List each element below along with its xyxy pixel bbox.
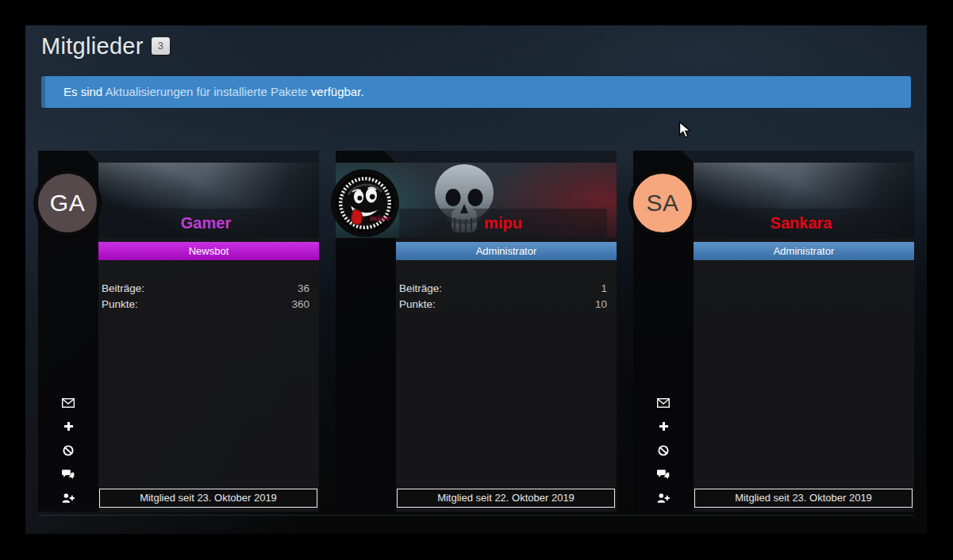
stats-list: Beiträge: 36 Punkte: 360 (98, 281, 319, 313)
svg-text:mipu: mipu (369, 214, 390, 222)
member-card-list: GA Gamer Newsbot Beiträge: 36 (38, 151, 914, 512)
stat-value: 1 (601, 281, 607, 297)
avatar-initials: SA (646, 190, 678, 217)
content-bottom-divider (38, 515, 914, 516)
member-since-badge: Mitglied seit 22. Oktober 2019 (397, 489, 615, 508)
card-body: Administrator Beiträge: 1 Punkte: 10 Mit… (396, 238, 617, 512)
notice-suffix: verfügbar. (308, 85, 364, 98)
card-body: Newsbot Beiträge: 36 Punkte: 360 Mitglie… (98, 238, 319, 512)
add-icon[interactable] (62, 420, 75, 432)
avatar[interactable]: SA (629, 170, 696, 236)
avatar[interactable]: mipu (332, 170, 398, 236)
email-icon[interactable] (657, 397, 670, 408)
stat-label: Punkte: (102, 297, 138, 313)
stat-row-points: Punkte: 10 (399, 297, 607, 313)
mipu-cartoon-smiley-avatar: mipu (336, 174, 394, 232)
avatar-initials: GA (50, 190, 85, 217)
ignore-icon[interactable] (657, 444, 670, 456)
avatar[interactable]: GA (34, 170, 101, 236)
conversation-icon[interactable] (62, 468, 75, 480)
member-card-gamer: GA Gamer Newsbot Beiträge: 36 (38, 151, 319, 512)
notice-prefix: Es sind (63, 85, 106, 98)
cover-photo: Sankara (694, 163, 914, 238)
username-bar: Gamer (102, 209, 310, 238)
update-notice-banner: Es sind Aktualisierungen für installiert… (41, 76, 911, 108)
stat-row-posts: Beiträge: 36 (102, 281, 309, 297)
stat-row-points: Punkte: 360 (102, 297, 309, 313)
email-icon[interactable] (62, 397, 75, 408)
stat-label: Beiträge: (102, 281, 144, 297)
member-since-badge: Mitglied seit 23. Oktober 2019 (99, 489, 317, 508)
username-link[interactable]: mipu (484, 214, 522, 232)
package-updates-link[interactable]: Aktualisierungen für installierte Pakete (106, 85, 308, 98)
main-content: Mitglieder3 Es sind Aktualisierungen für… (25, 25, 927, 534)
page-title-text: Mitglieder (41, 33, 144, 59)
stat-value: 360 (291, 297, 309, 313)
add-icon[interactable] (657, 420, 670, 432)
card-main: Sankara Administrator Mitglied seit 23. … (694, 163, 914, 512)
stat-value: 36 (298, 281, 309, 297)
username-bar: Sankara (697, 209, 905, 238)
rank-badge: Newsbot (98, 242, 319, 260)
conversation-icon[interactable] (657, 468, 670, 480)
ignore-icon[interactable] (62, 444, 75, 456)
card-main: Gamer Newsbot Beiträge: 36 Punkte: 360 (98, 163, 319, 512)
member-card-mipu: mipu mipu (336, 151, 617, 512)
stat-row-posts: Beiträge: 1 (399, 281, 607, 297)
rank-badge: Administrator (694, 242, 914, 260)
member-card-sankara: SA Sankara Administrator Mitglied seit 2… (633, 151, 914, 512)
stat-label: Beiträge: (399, 281, 442, 297)
cover-photo: Gamer (98, 163, 319, 238)
card-body: Administrator Mitglied seit 23. Oktober … (694, 238, 914, 512)
member-since-badge: Mitglied seit 23. Oktober 2019 (694, 489, 913, 508)
member-count-badge: 3 (152, 37, 171, 55)
username-link[interactable]: Gamer (181, 214, 231, 232)
add-friend-icon[interactable] (62, 492, 75, 504)
stat-label: Punkte: (399, 297, 436, 313)
stat-value: 10 (595, 297, 607, 313)
username-bar: mipu (399, 209, 607, 238)
add-friend-icon[interactable] (657, 492, 670, 504)
page-title: Mitglieder3 (41, 33, 170, 59)
username-link[interactable]: Sankara (770, 214, 832, 232)
rank-badge: Administrator (396, 242, 617, 260)
stats-list: Beiträge: 1 Punkte: 10 (396, 281, 617, 313)
